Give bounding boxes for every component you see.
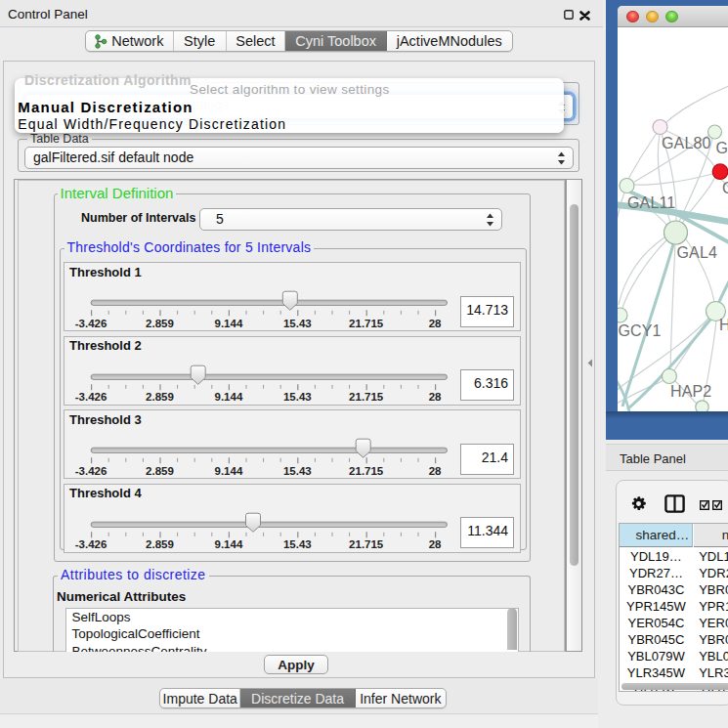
svg-text:GA: GA xyxy=(715,140,728,156)
svg-text:GAL80: GAL80 xyxy=(662,135,711,151)
svg-text:GAL4: GAL4 xyxy=(676,244,717,261)
svg-text:HAP2: HAP2 xyxy=(670,383,711,400)
svg-text:GCY1: GCY1 xyxy=(618,322,661,339)
svg-text:GAL11: GAL11 xyxy=(627,194,675,211)
svg-text:H: H xyxy=(719,317,728,333)
svg-text:C: C xyxy=(722,180,728,196)
